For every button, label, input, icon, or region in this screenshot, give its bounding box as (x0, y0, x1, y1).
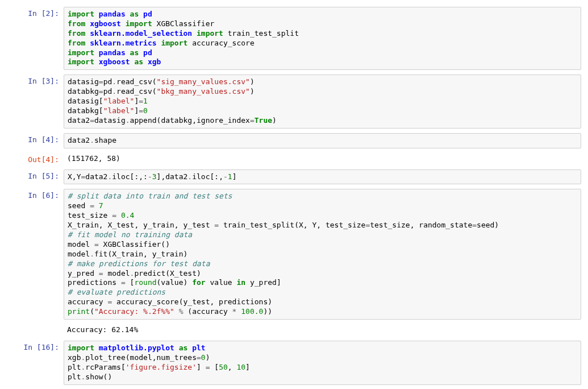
code-cell: In [3]:datasig=pd.read_csv("sig_many_val… (0, 73, 588, 129)
cell-prompt: In [4]: (7, 133, 64, 148)
code-input[interactable]: data2.shape (64, 133, 581, 148)
cell-prompt: In [2]: (7, 7, 64, 70)
code-cell: In [2]:import pandas as pd from xgboost … (0, 6, 588, 71)
output-cell: Out[4]:(151762, 58) (0, 152, 588, 166)
code-cell: In [5]:X,Y=data2.iloc[:,:-3],data2.iloc[… (0, 168, 588, 186)
code-cell: In [4]:data2.shape (0, 132, 588, 150)
code-cell: In [16]:import matplotlib.pyplot as plt … (0, 340, 588, 386)
code-input[interactable]: X,Y=data2.iloc[:,:-3],data2.iloc[:,-1] (64, 169, 581, 185)
cell-prompt: In [6]: (7, 189, 64, 320)
code-input[interactable]: import pandas as pd from xgboost import … (64, 7, 581, 70)
cell-prompt: In [3]: (7, 75, 64, 128)
notebook-container: In [2]:import pandas as pd from xgboost … (0, 6, 588, 386)
stdout-cell: Accuracy: 62.14% (0, 323, 588, 337)
code-input[interactable]: import matplotlib.pyplot as plt xgb.plot… (64, 341, 581, 385)
cell-prompt: In [16]: (7, 341, 64, 385)
execute-result: (151762, 58) (64, 153, 581, 165)
cell-prompt: In [5]: (7, 169, 64, 185)
code-input[interactable]: datasig=pd.read_csv("sig_many_values.csv… (64, 75, 581, 128)
cell-prompt (7, 324, 64, 336)
cell-prompt: Out[4]: (7, 153, 64, 165)
stdout-text: Accuracy: 62.14% (64, 324, 581, 336)
code-cell: In [6]:# split data into train and test … (0, 188, 588, 321)
code-input[interactable]: # split data into train and test sets se… (64, 189, 581, 320)
